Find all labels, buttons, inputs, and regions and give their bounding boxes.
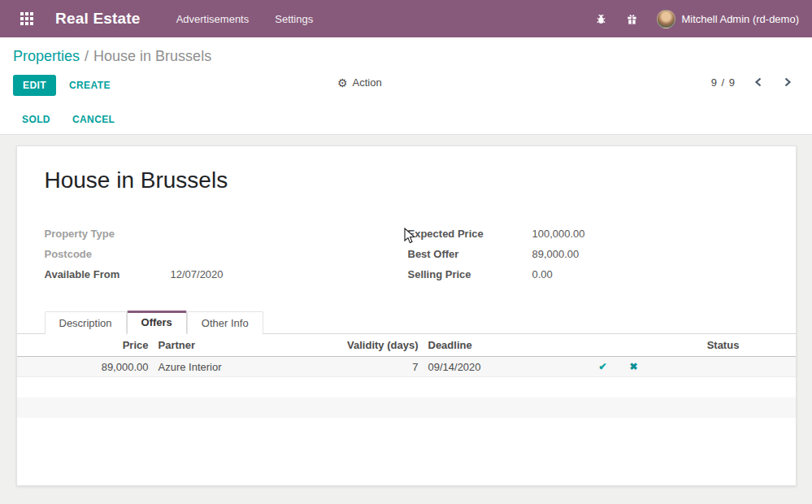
empty-row: [17, 398, 796, 418]
field-group-right: Expected Price 100,000.00 Best Offer 89,…: [408, 226, 768, 287]
menu-advertisements[interactable]: Advertisements: [175, 8, 251, 30]
field-postcode: Postcode: [45, 246, 408, 262]
offers-table: Price Partner Validity (days) Deadline S…: [17, 334, 796, 438]
field-groups: Property Type Postcode Available From 12…: [45, 226, 768, 287]
offer-validity: 7: [342, 361, 425, 373]
accept-offer-check-icon[interactable]: ✔: [588, 361, 619, 372]
field-group-left: Property Type Postcode Available From 12…: [45, 226, 408, 287]
control-panel: Properties/House in Brussels EDIT CREATE…: [0, 37, 812, 104]
main-menu: Advertisements Settings: [175, 8, 315, 30]
top-navbar: Real Estate Advertisements Settings Mitc…: [0, 0, 812, 37]
tab-offers[interactable]: Offers: [127, 311, 187, 334]
field-selling-price: Selling Price 0.00: [408, 267, 768, 282]
field-available-from: Available From 12/07/2020: [45, 267, 408, 282]
field-label-property-type: Property Type: [45, 226, 171, 241]
field-label-postcode: Postcode: [45, 246, 171, 262]
col-header-price[interactable]: Price: [50, 339, 155, 351]
action-menu-label: Action: [353, 76, 382, 89]
field-property-type: Property Type: [45, 226, 408, 241]
app-title[interactable]: Real Estate: [55, 10, 141, 28]
breadcrumb-current: House in Brussels: [93, 48, 211, 64]
breadcrumb-properties-link[interactable]: Properties: [13, 48, 80, 64]
breadcrumb: Properties/House in Brussels: [13, 48, 799, 65]
offer-row[interactable]: 89,000.00 Azure Interior 7 09/14/2020 ✔ …: [17, 357, 796, 377]
edit-button[interactable]: EDIT: [13, 75, 56, 96]
field-value-best-offer: 89,000.00: [532, 246, 580, 262]
empty-row: [17, 418, 796, 438]
record-title: House in Brussels: [45, 167, 796, 193]
offers-table-header: Price Partner Validity (days) Deadline S…: [17, 334, 796, 357]
refuse-offer-x-icon[interactable]: ✖: [619, 361, 649, 372]
field-value-available-from: 12/07/2020: [171, 267, 224, 282]
action-menu-button[interactable]: ⚙ Action: [337, 76, 382, 89]
user-avatar: [657, 10, 675, 28]
pager-next-button[interactable]: [781, 76, 794, 89]
col-header-status[interactable]: Status: [649, 339, 797, 351]
pager-previous-button[interactable]: [752, 76, 765, 89]
offer-partner: Azure Interior: [155, 361, 342, 373]
empty-row: [17, 377, 796, 398]
field-label-available-from: Available From: [45, 267, 171, 282]
breadcrumb-separator: /: [85, 48, 89, 64]
form-sheet: House in Brussels Property Type Postcode…: [16, 146, 797, 486]
field-value-selling-price: 0.00: [532, 267, 553, 282]
field-value-expected-price: 100,000.00: [532, 226, 585, 241]
offer-deadline: 09/14/2020: [425, 361, 588, 373]
field-label-best-offer: Best Offer: [408, 246, 532, 262]
col-header-validity[interactable]: Validity (days): [342, 339, 425, 351]
form-statusbar: SOLD CANCEL: [0, 104, 812, 135]
create-button[interactable]: CREATE: [69, 80, 111, 91]
field-best-offer: Best Offer 89,000.00: [408, 246, 768, 262]
apps-menu-button[interactable]: [13, 5, 41, 33]
field-label-selling-price: Selling Price: [408, 267, 532, 282]
col-header-partner[interactable]: Partner: [155, 339, 342, 351]
gift-icon[interactable]: [626, 12, 639, 25]
content-area: House in Brussels Property Type Postcode…: [0, 135, 812, 504]
gear-icon: ⚙: [337, 77, 348, 89]
sold-button[interactable]: SOLD: [22, 114, 50, 125]
field-expected-price: Expected Price 100,000.00: [408, 226, 768, 241]
field-label-expected-price: Expected Price: [408, 226, 532, 241]
col-header-deadline[interactable]: Deadline: [425, 339, 588, 351]
menu-settings[interactable]: Settings: [273, 8, 315, 30]
user-menu[interactable]: Mitchell Admin (rd-demo): [657, 10, 800, 28]
offer-price: 89,000.00: [50, 361, 155, 373]
cancel-button[interactable]: CANCEL: [72, 114, 115, 125]
user-name-label: Mitchell Admin (rd-demo): [682, 13, 800, 25]
pager-value: 9 / 9: [711, 76, 736, 89]
pager: 9 / 9: [711, 76, 794, 89]
apps-grid-icon: [20, 12, 33, 25]
debug-bug-icon[interactable]: [595, 12, 608, 25]
tab-other-info[interactable]: Other Info: [187, 311, 263, 334]
notebook-tabs: Description Offers Other Info: [17, 310, 796, 334]
tab-description[interactable]: Description: [45, 311, 127, 334]
